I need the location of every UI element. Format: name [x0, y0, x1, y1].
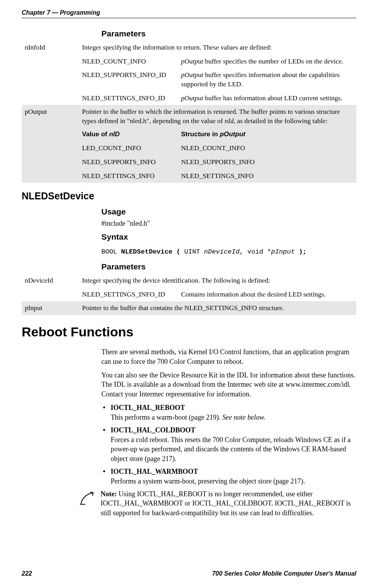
map-struct: NLED_SETTINGS_INFO: [178, 169, 356, 183]
param-value-meaning: pOutput buffer specifies the number of L…: [178, 55, 356, 69]
runhead-title: Programming: [60, 9, 100, 16]
param-subheader: Value of nID Structure in pOutput: [22, 128, 356, 141]
param-row-ndeviceid: nDeviceId Integer specifying the device …: [22, 274, 356, 288]
poutput-italic: pOutput: [181, 57, 203, 65]
param-row-pinput: pInput Pointer to the buffer that contai…: [22, 301, 356, 315]
reboot-functions-heading: Reboot Functions: [22, 324, 356, 339]
param-value-meaning: pOutput buffer specifies information abo…: [178, 68, 356, 91]
syntax-heading: Syntax: [101, 232, 356, 242]
bullet-hal-warmboot: IOCTL_HAL_WARMBOOT Performs a system war…: [101, 467, 356, 486]
bullet-desc: This performs a warm-boot (page 219). Se…: [111, 413, 265, 421]
param-key: nDeviceId: [22, 274, 79, 288]
poutput-italic: pOutput: [181, 71, 203, 79]
param-subrow: LED_COUNT_INFO NLED_COUNT_INFO: [22, 141, 356, 155]
section-parameters-1: Parameters: [101, 29, 356, 38]
parameters-heading: Parameters: [101, 29, 356, 38]
reboot-functions-body: There are several methods, via Kernel I/…: [101, 347, 356, 486]
param-value-name: NLED_COUNT_INFO: [79, 55, 178, 69]
subhead-value-of-nid: Value of nID: [79, 128, 178, 141]
runhead-chapter: Chapter 7: [22, 9, 50, 16]
param-row-ninfoid: nInfoId Integer specifying the informati…: [22, 41, 356, 55]
running-header: Chapter 7 — Programming: [22, 9, 356, 16]
note-label: Note:: [101, 490, 118, 498]
map-value: NLED_SUPPORTS_INFO: [79, 155, 178, 169]
header-rule: [22, 18, 356, 18]
bullet-title: IOCTL_HAL_REBOOT: [111, 404, 185, 411]
syntax-line: BOOL NLEDSetDevice ( UINT nDeviceId, voi…: [101, 248, 356, 255]
param-key: pOutput: [22, 105, 79, 128]
bullet-desc: Forces a cold reboot. This resets the 70…: [111, 436, 351, 463]
page: Chapter 7 — Programming Parameters nInfo…: [0, 0, 378, 588]
param-value-name: NLED_SUPPORTS_INFO_ID: [79, 68, 178, 91]
param-value-name: NLED_SETTINGS_INFO_ID: [79, 288, 178, 302]
param-subrow: NLED_SUPPORTS_INFO_ID pOutput buffer spe…: [22, 68, 356, 91]
footer-title: 700 Series Color Mobile Computer User's …: [212, 570, 356, 577]
subhead-structure: Structure in pOutput: [178, 128, 356, 141]
param-desc: Integer specifying the device identifica…: [79, 274, 356, 288]
map-struct: NLED_COUNT_INFO: [178, 141, 356, 155]
page-footer: 222 700 Series Color Mobile Computer Use…: [22, 570, 356, 577]
bullet-hal-reboot: IOCTL_HAL_REBOOT This performs a warm-bo…: [101, 403, 356, 422]
param-key: pInput: [22, 301, 79, 315]
footer-page-number: 222: [22, 570, 32, 577]
nledsetdevice-body: Usage #include "nled.h" Syntax BOOL NLED…: [101, 207, 356, 271]
parameters-table-1: nInfoId Integer specifying the informati…: [22, 41, 356, 183]
usage-body: #include "nled.h": [101, 219, 356, 228]
note-row: Note: Using IOCTL_HAL_REBOOT is no longe…: [79, 489, 356, 518]
param-desc: Pointer to the buffer to which the infor…: [79, 105, 356, 128]
note-body: Using IOCTL_HAL_REBOOT is no longer reco…: [101, 490, 351, 517]
note-text: Note: Using IOCTL_HAL_REBOOT is no longe…: [101, 489, 356, 518]
reboot-bullets: IOCTL_HAL_REBOOT This performs a warm-bo…: [101, 403, 356, 486]
param-desc: Pointer to the buffer that contains the …: [79, 301, 356, 315]
param-value-name: NLED_SETTINGS_INFO_ID: [79, 91, 178, 105]
map-value: LED_COUNT_INFO: [79, 141, 178, 155]
poutput-italic: pOutput: [181, 94, 203, 102]
param-value-meaning: Contains information about the desired L…: [178, 288, 356, 302]
param-subrow: NLED_SETTINGS_INFO NLED_SETTINGS_INFO: [22, 169, 356, 183]
map-value: NLED_SETTINGS_INFO: [79, 169, 178, 183]
note-icon: [79, 490, 95, 506]
bullet-hal-coldboot: IOCTL_HAL_COLDBOOT Forces a cold reboot.…: [101, 425, 356, 464]
param-subrow: NLED_SETTINGS_INFO_ID pOutput buffer has…: [22, 91, 356, 105]
param-subrow: NLED_SUPPORTS_INFO NLED_SUPPORTS_INFO: [22, 155, 356, 169]
param-desc: Integer specifying the information to re…: [79, 41, 356, 55]
reboot-p2: You can also see the Device Resource Kit…: [101, 370, 356, 399]
runhead-sep: —: [50, 9, 60, 16]
nledsetdevice-heading: NLEDSetDevice: [22, 190, 356, 202]
param-key: nInfoId: [22, 41, 79, 55]
bullet-title: IOCTL_HAL_WARMBOOT: [111, 468, 198, 475]
param-value-meaning: pOutput buffer has information about LED…: [178, 91, 356, 105]
parameters-table-2: nDeviceId Integer specifying the device …: [22, 274, 356, 315]
usage-heading: Usage: [101, 207, 356, 216]
param-row-poutput: pOutput Pointer to the buffer to which t…: [22, 105, 356, 128]
nid-italic: nId: [225, 117, 234, 125]
param-subrow: NLED_COUNT_INFO pOutput buffer specifies…: [22, 55, 356, 69]
reboot-p1: There are several methods, via Kernel I/…: [101, 347, 356, 367]
bullet-title: IOCTL_HAL_COLDBOOT: [111, 426, 195, 434]
parameters-heading-2: Parameters: [101, 262, 356, 271]
param-subrow: NLED_SETTINGS_INFO_ID Contains informati…: [22, 288, 356, 302]
bullet-desc: Performs a system warm-boot, preserving …: [111, 477, 305, 485]
map-struct: NLED_SUPPORTS_INFO: [178, 155, 356, 169]
